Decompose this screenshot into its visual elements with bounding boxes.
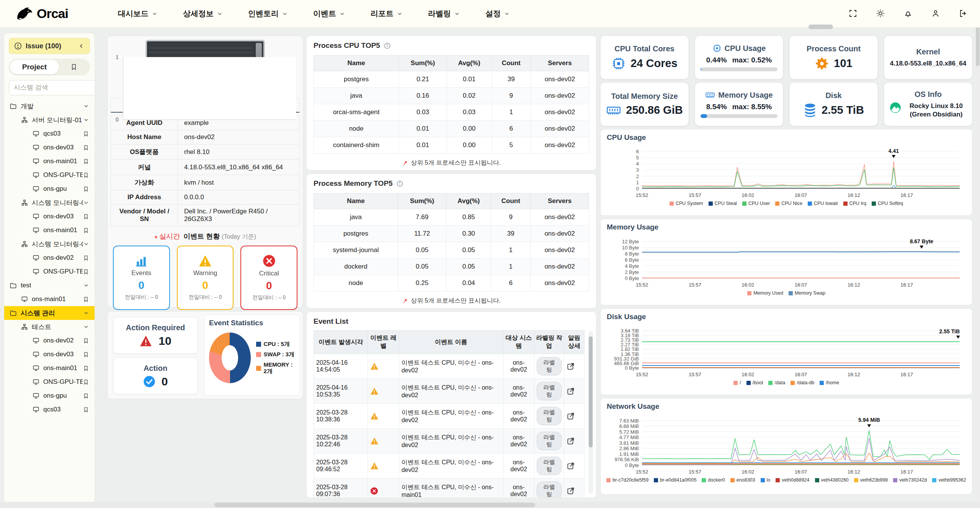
bookmark-icon[interactable] [83, 338, 89, 344]
bookmark-icon[interactable] [83, 131, 89, 137]
nav-menu-1[interactable]: 대시보드 [118, 8, 158, 19]
legend-item: vethb995362 [932, 477, 966, 483]
alert-detail-icon[interactable] [567, 437, 582, 445]
sidebar-item-테스트[interactable]: 테스트 [4, 320, 95, 334]
bookmark-icon[interactable] [83, 255, 89, 261]
server-info-label: OS플랫폼 [111, 144, 178, 160]
nav-menu-7[interactable]: 설정 [485, 8, 510, 19]
event-list-scrollbar[interactable] [588, 331, 593, 494]
event-card-warning[interactable]: Warning0전일대비 : – 0 [177, 246, 234, 310]
alert-detail-icon[interactable] [567, 412, 582, 420]
sidebar-item-ons-gpu[interactable]: ons-gpu [4, 182, 95, 196]
bookmark-tab[interactable] [59, 63, 89, 71]
chevron-down-icon[interactable] [83, 200, 89, 206]
brand[interactable]: Orcai [16, 6, 68, 21]
bookmark-icon[interactable] [83, 172, 89, 179]
legend-swatch [775, 202, 779, 206]
sidebar-item-ONS-GPU-TEST[interactable]: ONS-GPU-TEST [4, 168, 95, 182]
labeling-button[interactable]: 라벨링 [537, 407, 562, 425]
horizontal-scrollbar[interactable] [0, 502, 980, 508]
stat-row-2: Total Memory Size250.86 GiBMemory Usage8… [600, 82, 972, 126]
labeling-button[interactable]: 라벨링 [537, 482, 562, 498]
tab-project[interactable]: Project [10, 60, 59, 74]
sidebar-item-ons-gpu[interactable]: ons-gpu [4, 389, 95, 403]
sidebar-item-qcs03[interactable]: qcs03 [4, 403, 95, 416]
profile-icon[interactable] [931, 9, 941, 19]
bookmark-icon[interactable] [83, 269, 89, 275]
alert-detail-icon[interactable] [567, 487, 582, 495]
collapse-sidebar-icon[interactable] [78, 43, 85, 49]
bookmark-icon[interactable] [83, 351, 89, 358]
svg-text:1: 1 [636, 180, 639, 185]
bookmark-icon[interactable] [83, 158, 89, 165]
bookmark-icon[interactable] [83, 227, 89, 234]
info-icon[interactable] [384, 42, 391, 49]
theme-icon[interactable] [876, 9, 886, 19]
sidebar-item-ons-dev03[interactable]: ons-dev03 [4, 210, 95, 223]
sidebar-item-서버 모니터링-01[interactable]: 서버 모니터링-01 [4, 113, 95, 127]
sidebar-item-시스템 모니터링-03[interactable]: 시스템 모니터링-03 [4, 237, 95, 251]
alert-detail-icon[interactable] [567, 362, 582, 370]
alert-detail-icon[interactable] [567, 387, 582, 395]
sidebar-item-test[interactable]: test [4, 279, 95, 292]
nav-menu-4[interactable]: 이벤트 [313, 8, 345, 19]
labeling-button[interactable]: 라벨링 [537, 357, 562, 375]
fullscreen-icon[interactable] [848, 9, 858, 19]
bookmark-icon[interactable] [83, 365, 89, 372]
vertical-scrollbar[interactable] [975, 0, 980, 508]
chevron-down-icon[interactable] [83, 282, 89, 288]
labeling-button[interactable]: 라벨링 [537, 457, 562, 475]
sidebar-item-ons-dev02[interactable]: ons-dev02 [4, 334, 95, 347]
nav-menu-6[interactable]: 라벨링 [428, 8, 460, 19]
sidebar-item-개발[interactable]: 개발 [4, 99, 95, 113]
floating-horizontal-scrollbar[interactable] [808, 25, 833, 29]
bookmark-icon[interactable] [83, 406, 89, 413]
bookmark-icon[interactable] [83, 379, 89, 385]
bookmark-icon[interactable] [83, 393, 89, 399]
svg-text:3.81 MiB: 3.81 MiB [619, 440, 639, 446]
chevron-down-icon[interactable] [83, 117, 89, 123]
sidebar-item-ONS-GPU-TEST[interactable]: ONS-GPU-TEST [4, 375, 95, 389]
notifications-icon[interactable] [903, 9, 913, 19]
column-header: 이벤트 레벨 [368, 331, 399, 354]
logout-icon[interactable] [959, 9, 969, 19]
table-cell: ons-dev02 [531, 88, 589, 104]
sidebar-item-시스템 모니터링-02[interactable]: 시스템 모니터링-02 [4, 196, 95, 210]
alert-detail-icon[interactable] [567, 462, 582, 470]
sidebar-item-ons-main01[interactable]: ons-main01 [4, 154, 95, 168]
bookmark-icon[interactable] [83, 144, 89, 151]
sidebar-item-시스템 관리[interactable]: 시스템 관리 [4, 306, 95, 320]
nav-menu-5[interactable]: 리포트 [371, 8, 403, 19]
chevron-down-icon[interactable] [83, 310, 89, 316]
event-card-critical[interactable]: Critical0전일대비 : – 0 [240, 246, 297, 310]
sidebar-item-ONS-GPU-TEST[interactable]: ONS-GPU-TEST [4, 265, 95, 279]
nav-menu-2[interactable]: 상세정보 [183, 8, 223, 19]
chevron-down-icon[interactable] [83, 241, 89, 247]
chevron-down-icon[interactable] [83, 103, 89, 109]
sidebar-item-ons-main01[interactable]: ons-main01 [4, 292, 95, 306]
sidebar-item-ons-main01[interactable]: ons-main01 [4, 223, 95, 237]
svg-text:12 Byte: 12 Byte [622, 239, 639, 244]
bookmark-icon[interactable] [83, 186, 89, 192]
legend-label: veth4380260 [821, 477, 849, 483]
action-panel: Action Required 10 Action 0 Event Statis… [107, 311, 303, 399]
realtime-event-heading: ●실시간 이벤트 현황 (Today 기준) [111, 232, 300, 241]
bookmark-icon[interactable] [83, 213, 89, 220]
chevron-down-icon[interactable] [83, 324, 89, 330]
labeling-button[interactable]: 라벨링 [537, 432, 562, 450]
sidebar-item-qcs03[interactable]: qcs03 [4, 127, 95, 141]
table-cell: node [314, 275, 398, 292]
event-card-events[interactable]: Events0전일대비 : – 0 [113, 246, 170, 310]
labeling-button[interactable]: 라벨링 [537, 382, 562, 400]
event-row: 2025-03-28 10:38:36이벤트 테스트 CPU, 미수신 - on… [314, 404, 585, 429]
sidebar-item-ons-dev03[interactable]: ons-dev03 [4, 347, 95, 361]
info-icon[interactable] [396, 180, 403, 187]
system-search-input[interactable] [9, 80, 95, 95]
bookmark-icon[interactable] [83, 296, 89, 303]
sidebar-item-ons-dev02[interactable]: ons-dev02 [4, 251, 95, 265]
sidebar-item-ons-main01[interactable]: ons-main01 [4, 361, 95, 375]
nav-menu-3[interactable]: 인벤토리 [248, 8, 288, 19]
issue-banner[interactable]: Issue (100) [9, 38, 90, 54]
sidebar-item-ons-dev03[interactable]: ons-dev03 [4, 141, 95, 154]
legend-item: lo [761, 477, 771, 483]
